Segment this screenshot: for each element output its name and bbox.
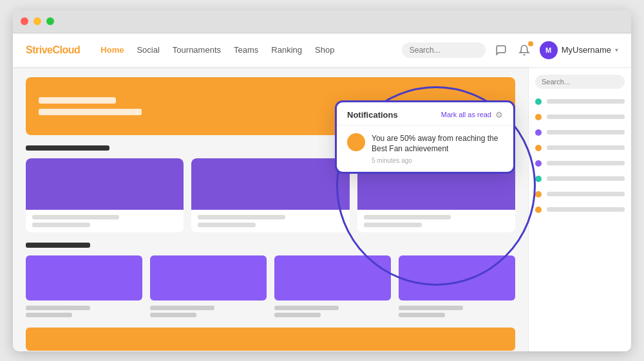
- card-2-line-1: [198, 215, 285, 219]
- hero-line-1: [39, 97, 116, 104]
- sidebar-line-4: [547, 145, 625, 150]
- section-heading-2: [26, 243, 90, 248]
- grid-card-2-line-2: [150, 313, 196, 317]
- notification-time-1: 5 minutes ago: [372, 157, 503, 164]
- sidebar-dot-8: [535, 207, 542, 213]
- gear-icon[interactable]: ⚙: [495, 110, 503, 120]
- notification-text-1: You are 50% away from reaching the Best …: [372, 133, 503, 155]
- card-1-image: [26, 158, 184, 210]
- grid-card-4-line-1: [399, 306, 463, 310]
- sidebar-line-8: [547, 207, 625, 212]
- notification-content-1: You are 50% away from reaching the Best …: [372, 133, 503, 165]
- notification-title: Notifications: [347, 110, 398, 120]
- browser-window: StriveCloud Home Social Tournaments Team…: [13, 10, 631, 351]
- sidebar-item-5[interactable]: [535, 158, 625, 169]
- sidebar-item-6[interactable]: [535, 174, 625, 184]
- sidebar-item-2[interactable]: [535, 112, 625, 122]
- section-heading-1: [26, 145, 109, 151]
- sidebar-dot-2: [535, 114, 542, 120]
- card-2-image: [191, 158, 349, 210]
- grid-card-1-line-2: [26, 313, 72, 317]
- navbar: StriveCloud Home Social Tournaments Team…: [13, 33, 631, 67]
- username-label: MyUsername: [562, 45, 611, 55]
- mark-all-read-button[interactable]: Mark all as read: [441, 111, 491, 118]
- grid-card-1-image: [26, 255, 142, 301]
- main-layout: Notifications Mark all as read ⚙ You are…: [13, 67, 631, 351]
- grid-row: [26, 255, 515, 320]
- browser-content: StriveCloud Home Social Tournaments Team…: [13, 33, 631, 351]
- notification-dropdown: Notifications Mark all as read ⚙ You are…: [335, 100, 515, 174]
- sidebar-dot-4: [535, 145, 542, 151]
- card-2-footer: [191, 210, 349, 232]
- sidebar-line-7: [547, 192, 625, 196]
- chat-icon[interactable]: [493, 42, 509, 58]
- logo[interactable]: StriveCloud: [26, 44, 80, 56]
- card-2[interactable]: [191, 158, 349, 232]
- nav-social[interactable]: Social: [137, 45, 159, 55]
- sidebar-item-8[interactable]: [535, 205, 625, 215]
- logo-text: StriveCloud: [26, 44, 80, 55]
- sidebar-line-2: [547, 115, 625, 119]
- browser-chrome: [13, 10, 631, 33]
- card-1-line-1: [32, 215, 119, 219]
- chevron-down-icon: ▾: [615, 46, 618, 53]
- card-1[interactable]: [26, 158, 184, 232]
- avatar: M: [540, 41, 558, 59]
- right-sidebar: [528, 67, 631, 351]
- nav-teams[interactable]: Teams: [234, 45, 258, 55]
- grid-card-1-line-1: [26, 306, 90, 310]
- nav-home[interactable]: Home: [100, 45, 124, 55]
- notification-header: Notifications Mark all as read ⚙: [337, 102, 513, 125]
- nav-ranking[interactable]: Ranking: [271, 45, 302, 55]
- notification-item-1[interactable]: You are 50% away from reaching the Best …: [337, 125, 513, 172]
- grid-card-3-line-2: [274, 313, 321, 317]
- hero-line-2: [39, 109, 142, 115]
- card-2-line-2: [198, 223, 256, 227]
- grid-card-1[interactable]: [26, 255, 142, 320]
- footer-banner: [26, 328, 515, 351]
- grid-card-3-image: [274, 255, 391, 301]
- card-3-line-1: [364, 215, 451, 219]
- sidebar-dot-1: [535, 98, 542, 105]
- unread-badge: [528, 41, 533, 46]
- sidebar-dot-5: [535, 160, 542, 167]
- card-1-footer: [26, 210, 184, 232]
- nav-shop[interactable]: Shop: [315, 45, 334, 55]
- sidebar-dot-7: [535, 191, 542, 198]
- sidebar-dot-3: [535, 129, 542, 136]
- user-menu[interactable]: M MyUsername ▾: [540, 41, 618, 59]
- sidebar-line-5: [547, 161, 625, 165]
- nav-links: Home Social Tournaments Teams Ranking Sh…: [100, 45, 386, 55]
- grid-card-3-line-1: [274, 306, 339, 310]
- sidebar-line-1: [547, 99, 625, 104]
- grid-card-4-line-2: [399, 313, 445, 317]
- grid-card-2-image: [150, 255, 267, 301]
- card-1-line-2: [32, 223, 90, 227]
- card-3-line-2: [364, 223, 422, 227]
- sidebar-item-1[interactable]: [535, 97, 625, 107]
- search-input[interactable]: [402, 42, 486, 58]
- nav-tournaments[interactable]: Tournaments: [173, 45, 221, 55]
- sidebar-item-4[interactable]: [535, 143, 625, 153]
- grid-card-2-line-1: [150, 306, 214, 310]
- dot-green[interactable]: [46, 17, 54, 25]
- grid-card-3[interactable]: [274, 255, 391, 320]
- sidebar-search-input[interactable]: [535, 75, 625, 89]
- sidebar-item-7[interactable]: [535, 189, 625, 199]
- nav-right: M MyUsername ▾: [402, 41, 618, 59]
- sidebar-line-3: [547, 130, 625, 134]
- dot-red[interactable]: [21, 17, 28, 25]
- sidebar-item-3[interactable]: [535, 127, 625, 138]
- sidebar-dot-6: [535, 176, 542, 182]
- notification-avatar-1: [347, 133, 365, 151]
- dot-yellow[interactable]: [33, 17, 41, 25]
- sidebar-line-6: [547, 176, 625, 181]
- grid-card-4[interactable]: [399, 255, 515, 320]
- grid-card-2[interactable]: [150, 255, 267, 320]
- grid-card-4-image: [399, 255, 515, 301]
- bell-icon[interactable]: [516, 42, 532, 58]
- card-3-footer: [357, 210, 515, 232]
